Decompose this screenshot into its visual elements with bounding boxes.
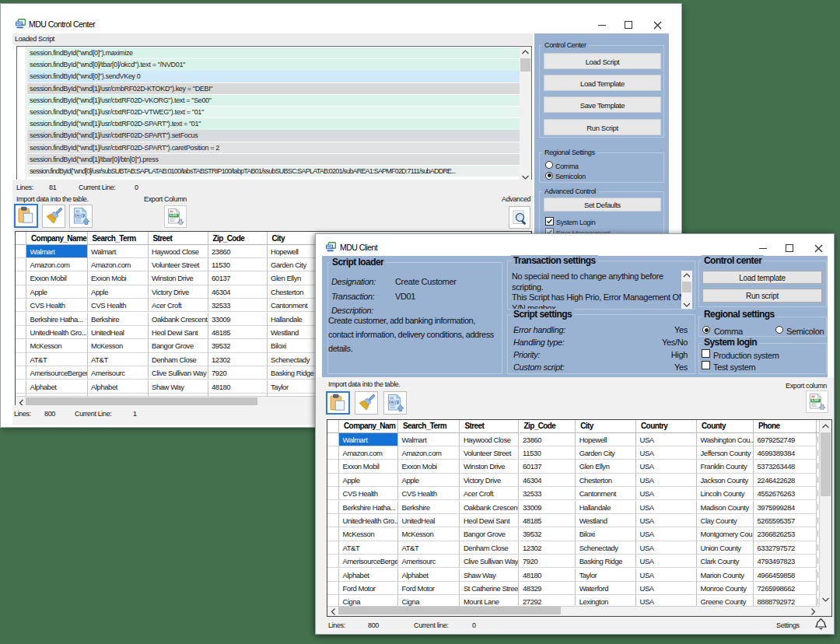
svg-text:CSV: CSV: [170, 213, 177, 217]
svg-text:CSV: CSV: [390, 401, 398, 404]
svg-text:CSV: CSV: [76, 214, 84, 218]
svg-text:CSV: CSV: [811, 398, 819, 402]
